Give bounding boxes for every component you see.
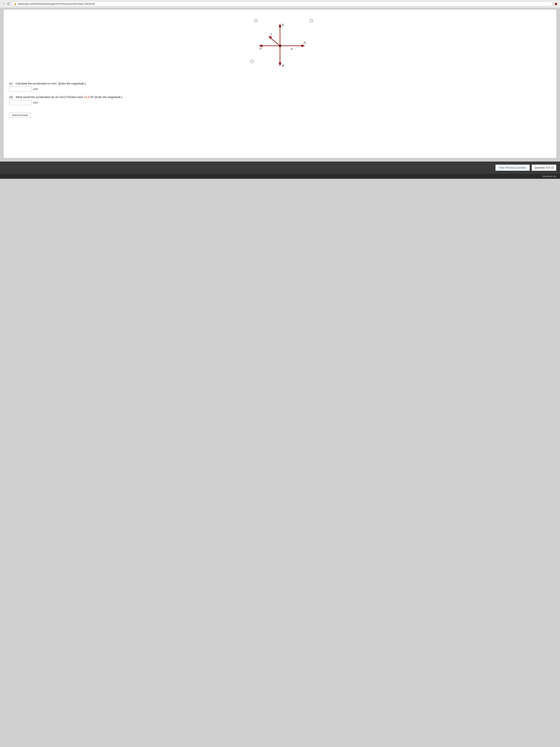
macbook-label: MacBook Air bbox=[543, 175, 556, 178]
question-c-input[interactable] bbox=[9, 86, 31, 92]
svg-marker-2 bbox=[279, 24, 281, 27]
submit-answer-button[interactable]: Submit Answer bbox=[9, 113, 31, 118]
macbook-label-bar: MacBook Air bbox=[0, 174, 560, 179]
url-text: webassign.net/web/Student/Assignment-Res… bbox=[18, 2, 95, 5]
question-c-input-row: m/s² bbox=[9, 86, 551, 92]
question-c-section: (c) Calculate the acceleration in m/s². … bbox=[9, 82, 551, 92]
reload-button[interactable]: C bbox=[7, 2, 10, 6]
back-button[interactable]: → bbox=[2, 2, 5, 6]
bottom-bar: View Previous Question Question 6 of 13 bbox=[0, 161, 560, 174]
svg-text:W̅: W̅ bbox=[282, 64, 285, 67]
browser-chrome: → C 🔒 webassign.net/web/Student/Assignme… bbox=[0, 0, 560, 8]
question-d-unit: m/s² bbox=[33, 101, 38, 104]
address-bar[interactable]: 🔒 webassign.net/web/Student/Assignment-R… bbox=[12, 1, 552, 6]
svg-text:N̅: N̅ bbox=[282, 23, 284, 26]
svg-marker-5 bbox=[279, 62, 281, 66]
friction-value: 21.0 bbox=[84, 96, 89, 99]
question-c-text: (c) Calculate the acceleration in m/s². … bbox=[9, 82, 551, 85]
question-counter: Question 6 of 13 bbox=[532, 164, 556, 171]
question-d-input-row: m/s² bbox=[9, 100, 551, 105]
bookmark-icon bbox=[554, 2, 558, 6]
svg-text:F̅₂: F̅₂ bbox=[303, 41, 306, 45]
force-diagram-svg: N̅ W̅ F̅₁ F̅₂ f̅ bbox=[248, 17, 312, 76]
question-d-text: (d) What would the acceleration be (in m… bbox=[9, 96, 551, 99]
svg-marker-8 bbox=[259, 45, 262, 47]
svg-text:F̅₁: F̅₁ bbox=[259, 47, 262, 50]
question-d-input[interactable] bbox=[9, 100, 31, 105]
view-previous-question-button[interactable]: View Previous Question bbox=[496, 164, 530, 171]
question-c-unit: m/s² bbox=[33, 87, 38, 91]
svg-marker-14 bbox=[268, 36, 272, 39]
svg-line-13 bbox=[270, 37, 280, 46]
svg-marker-11 bbox=[301, 45, 305, 47]
page-content: N̅ W̅ F̅₁ F̅₂ f̅ (c) Calculate t bbox=[4, 10, 556, 158]
lock-icon: 🔒 bbox=[14, 3, 17, 5]
force-diagram-container: N̅ W̅ F̅₁ F̅₂ f̅ bbox=[248, 17, 312, 76]
svg-marker-16 bbox=[291, 48, 293, 50]
question-d-section: (d) What would the acceleration be (in m… bbox=[9, 96, 551, 105]
svg-text:f̅: f̅ bbox=[270, 33, 272, 36]
